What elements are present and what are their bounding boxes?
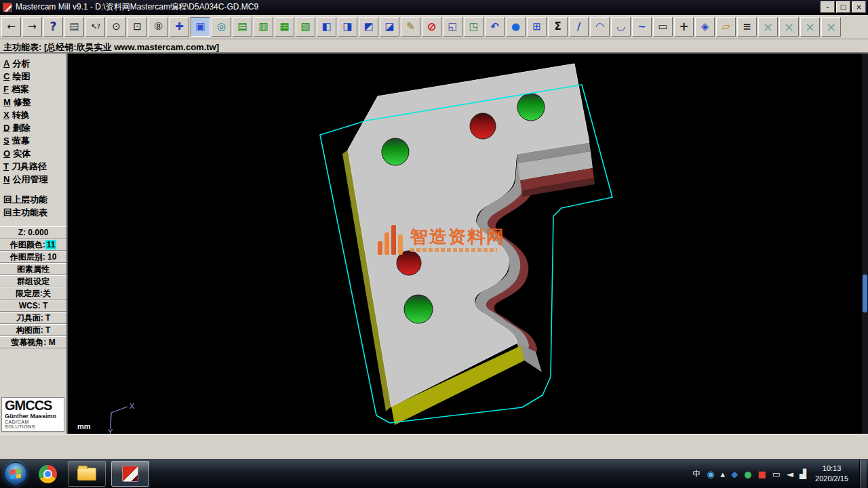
fillet-button[interactable]: ◡ [611, 17, 631, 37]
graphics-viewport[interactable]: 智造资料网 X Y mm [68, 54, 868, 434]
browser-icon [39, 465, 57, 483]
zoom-target-icon: ◎ [217, 22, 226, 32]
tool-plane-field[interactable]: 刀具面: T [0, 312, 66, 324]
start-button[interactable] [4, 462, 27, 485]
mask-level-field[interactable]: 限定层:关 [0, 287, 66, 300]
viewport-button[interactable]: ◳ [464, 17, 484, 37]
minimize-button[interactable]: – [821, 1, 835, 13]
notes-button[interactable]: ▤ [64, 17, 84, 37]
display-icon[interactable]: ▭ [772, 470, 781, 479]
zoom-window-button[interactable]: ⊡ [127, 17, 147, 37]
pencil-icon: ✎ [406, 22, 415, 32]
trim-2-button[interactable]: × [779, 17, 799, 37]
gmccs-subtitle: Günther Massimo [5, 413, 61, 420]
cplane-top-button[interactable]: ◧ [317, 17, 336, 37]
safety-icon[interactable]: ● [744, 470, 751, 479]
menu-create[interactable]: C绘图 [0, 70, 66, 83]
line-icon: ∕ [577, 22, 580, 32]
mastercam-icon [122, 466, 138, 482]
graphics-view-field[interactable]: 萤幕视角: M [0, 336, 66, 348]
close-button[interactable]: × [852, 1, 866, 13]
viewport-scrollbar[interactable] [862, 54, 868, 434]
show-desktop-button[interactable] [859, 460, 867, 488]
trim-4-button[interactable]: × [821, 17, 841, 37]
line-button[interactable]: ∕ [569, 17, 589, 37]
mastercam-taskbar-button[interactable] [111, 461, 149, 487]
messenger-icon[interactable]: ◉ [707, 470, 714, 479]
attributes-button[interactable]: 图素属性 [0, 263, 66, 275]
menu-toolpaths[interactable]: T刀具路径 [0, 160, 66, 173]
scrollbar-thumb[interactable] [863, 274, 867, 312]
menu-delete[interactable]: D删除 [0, 121, 66, 134]
ime-indicator[interactable]: 中 [692, 470, 701, 478]
gview-iso-button[interactable]: ▧ [296, 17, 315, 37]
hidden-icons-button[interactable]: ▴ [721, 470, 726, 479]
zoom-scale-button[interactable]: ⑧ [149, 17, 168, 37]
forward-button[interactable]: → [22, 17, 42, 37]
model-hole-green-2 [517, 94, 545, 121]
system-tray: 中 ◉ ▴ ◆ ● ■ ▭ ◄ ▟ 10:13 2020/2/15 [692, 460, 868, 488]
menu-analyze[interactable]: A分析 [0, 57, 66, 70]
browser-taskbar-button[interactable] [33, 461, 62, 487]
trim-3-button[interactable]: × [800, 17, 820, 37]
menu-nc-utils[interactable]: N公用管理 [0, 173, 66, 186]
trim-1-button[interactable]: × [758, 17, 778, 37]
gview-front-button[interactable]: ▥ [254, 17, 273, 37]
main-toolbar: ← → ? ▤ ↖? ⊙ ⊡ ⑧ ✚ ▣ [0, 15, 868, 39]
back-button[interactable]: ← [1, 17, 21, 37]
model-hole-red-1 [470, 113, 496, 139]
network-icon[interactable]: ▟ [800, 470, 806, 479]
disable-button[interactable]: ⊘ [422, 17, 441, 37]
explorer-taskbar-button[interactable] [68, 461, 106, 487]
menu-main-menu[interactable]: 回主功能表 [0, 206, 66, 219]
menu-xform[interactable]: X转换 [0, 108, 66, 121]
taskbar: 中 ◉ ▴ ◆ ● ■ ▭ ◄ ▟ 10:13 2020/2/15 [0, 460, 868, 488]
taskbar-clock[interactable]: 10:13 2020/2/15 [815, 464, 848, 484]
volume-icon[interactable]: ◄ [787, 470, 793, 479]
groups-button[interactable]: 群组设定 [0, 275, 66, 287]
prompt-line: 主功能表: [总经销:欣昊实业 www.mastercam.com.tw] [0, 39, 868, 54]
chamfer-button[interactable]: ◈ [695, 17, 715, 37]
fit-screen-button[interactable]: ▣ [191, 17, 210, 37]
trim-x-icon: × [763, 21, 773, 33]
list-button[interactable]: ≡ [737, 17, 757, 37]
point-button[interactable]: + [674, 17, 694, 37]
menu-file[interactable]: F档案 [0, 83, 66, 96]
model-hole-green-1 [382, 138, 409, 165]
cplane-front-button[interactable]: ◨ [338, 17, 357, 37]
gview-top-button[interactable]: ▤ [233, 17, 252, 37]
surface-button[interactable]: ▱ [716, 17, 736, 37]
repaint-button[interactable]: ◱ [443, 17, 462, 37]
cplane-iso-button[interactable]: ◪ [380, 17, 399, 37]
spline-icon: ∼ [637, 22, 646, 32]
draw-level-field[interactable]: 作图层别: 10 [0, 251, 66, 263]
context-help-button[interactable]: ↖? [85, 17, 105, 37]
spline-button[interactable]: ∼ [632, 17, 652, 37]
menu-screen[interactable]: S萤幕 [0, 134, 66, 147]
grid-button[interactable]: ⊞ [527, 17, 547, 37]
help-button[interactable]: ? [43, 17, 63, 37]
maximize-button[interactable]: □ [836, 1, 850, 13]
antivirus-icon[interactable]: ■ [757, 470, 766, 479]
cplane-side-button[interactable]: ◩ [359, 17, 378, 37]
menu-solids[interactable]: O实体 [0, 147, 66, 160]
construction-plane-field[interactable]: 构图面: T [0, 324, 66, 336]
sketch-button[interactable]: ✎ [401, 17, 420, 37]
menu-label: 档案 [12, 84, 29, 94]
menu-back-level[interactable]: 回上层功能 [0, 193, 66, 206]
z-depth-field[interactable]: Z: 0.000 [0, 226, 66, 239]
zoom-target-button[interactable]: ◎ [212, 17, 231, 37]
arc-button[interactable]: ◠ [590, 17, 610, 37]
undo-button[interactable]: ↶ [485, 17, 505, 37]
menu-modify[interactable]: M修整 [0, 96, 66, 108]
gview-side-button[interactable]: ▦ [275, 17, 294, 37]
draw-color-field[interactable]: 作图颜色:11 [0, 239, 66, 251]
close-icon: × [856, 3, 861, 11]
pan-button[interactable]: ✚ [170, 17, 189, 37]
calc-button[interactable]: Σ [548, 17, 568, 37]
wcs-field[interactable]: WCS: T [0, 300, 66, 312]
shade-button[interactable]: ● [506, 17, 526, 37]
zoom-button[interactable]: ⊙ [106, 17, 126, 37]
rectangle-button[interactable]: ▭ [653, 17, 673, 37]
security-shield-icon[interactable]: ◆ [731, 470, 738, 479]
